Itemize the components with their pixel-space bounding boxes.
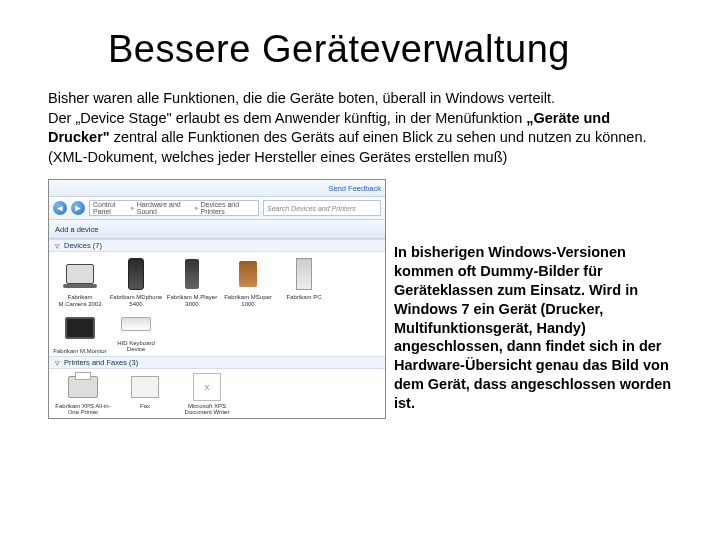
device-label: Fabrikam M.Camera 2002 <box>53 294 107 307</box>
fax-icon <box>130 372 160 402</box>
device-label: Fabrikam M.Player 3000 <box>165 294 219 307</box>
mfp-printer-icon <box>68 372 98 402</box>
intro-line1: Bisher waren alle Funktionen, die die Ge… <box>48 90 555 106</box>
device-item[interactable]: Fabrikam M.Monitor <box>53 309 107 354</box>
mp3-player-icon <box>173 255 211 293</box>
device-item[interactable]: Fabrikam MSuper 1000 <box>221 255 275 307</box>
camera-icon <box>61 255 99 293</box>
devices-printers-screenshot: Send Feedback ◄ ► Control Panel ▸ Hardwa… <box>48 179 386 419</box>
printers-section-header[interactable]: ▽ Printers and Faxes (3) <box>49 356 385 369</box>
forward-button[interactable]: ► <box>71 201 85 215</box>
window-titlebar: Send Feedback <box>49 180 385 197</box>
media-player-icon <box>229 255 267 293</box>
intro-line3: (XML-Dokument, welches jeder Hersteller … <box>48 149 507 165</box>
phone-icon <box>117 255 155 293</box>
device-item[interactable]: HID Keyboard Device <box>109 309 163 354</box>
slide-title: Bessere Geräteverwaltung <box>108 28 672 71</box>
intro-text: Bisher waren alle Funktionen, die die Ge… <box>48 89 672 167</box>
breadcrumb-part: Hardware and Sound <box>137 201 193 215</box>
device-item[interactable]: Fabrikam MDphone 5400 <box>109 255 163 307</box>
intro-line2c: zentral alle Funktionen des Geräts auf e… <box>110 129 647 145</box>
section-label: Devices (7) <box>64 241 102 250</box>
breadcrumb[interactable]: Control Panel ▸ Hardware and Sound ▸ Dev… <box>89 200 259 216</box>
devices-section-header[interactable]: ▽ Devices (7) <box>49 239 385 252</box>
device-item[interactable]: Fabrikam M.Player 3000 <box>165 255 219 307</box>
device-item[interactable]: Fabrikam M.Camera 2002 <box>53 255 107 307</box>
device-label: Fabrikam MSuper 1000 <box>221 294 275 307</box>
command-bar: Add a device <box>49 220 385 239</box>
xps-writer-icon: X <box>192 372 222 402</box>
keyboard-icon <box>121 309 151 339</box>
send-feedback-link[interactable]: Send Feedback <box>328 184 381 193</box>
printer-label: Fax <box>140 403 150 409</box>
section-label: Printers and Faxes (3) <box>64 358 138 367</box>
monitor-icon <box>61 309 99 347</box>
explorer-navbar: ◄ ► Control Panel ▸ Hardware and Sound ▸… <box>49 197 385 220</box>
breadcrumb-part: Control Panel <box>93 201 129 215</box>
device-label: Fabrikam MDphone 5400 <box>109 294 163 307</box>
search-input[interactable]: Search Devices and Printers <box>263 200 381 216</box>
breadcrumb-part: Devices and Printers <box>201 201 255 215</box>
collapse-icon: ▽ <box>55 242 60 249</box>
back-button[interactable]: ◄ <box>53 201 67 215</box>
device-label: Fabrikam M.Monitor <box>53 348 106 354</box>
printer-label: Microsoft XPS Document Writer <box>177 403 237 416</box>
printer-item[interactable]: Fabrikam XPS All-in-One Printer <box>53 372 113 416</box>
side-caption: In bisherigen Windows-Versionen kommen o… <box>394 179 672 419</box>
printer-item[interactable]: Fax <box>115 372 175 416</box>
add-device-button[interactable]: Add a device <box>55 225 98 234</box>
chevron-right-icon: ▸ <box>195 204 199 212</box>
device-label: Fabrikam PC <box>286 294 321 300</box>
intro-line2a: Der „Device Stage" erlaubt es dem Anwend… <box>48 110 526 126</box>
collapse-icon: ▽ <box>55 359 60 366</box>
chevron-right-icon: ▸ <box>131 204 135 212</box>
devices-grid: Fabrikam M.Camera 2002 Fabrikam MDphone … <box>49 252 385 354</box>
printer-label: Fabrikam XPS All-in-One Printer <box>53 403 113 416</box>
printers-grid: Fabrikam XPS All-in-One Printer Fax X Mi… <box>49 369 385 416</box>
device-item[interactable]: Fabrikam PC <box>277 255 331 307</box>
device-label: HID Keyboard Device <box>109 340 163 353</box>
pc-tower-icon <box>285 255 323 293</box>
printer-item[interactable]: X Microsoft XPS Document Writer <box>177 372 237 416</box>
